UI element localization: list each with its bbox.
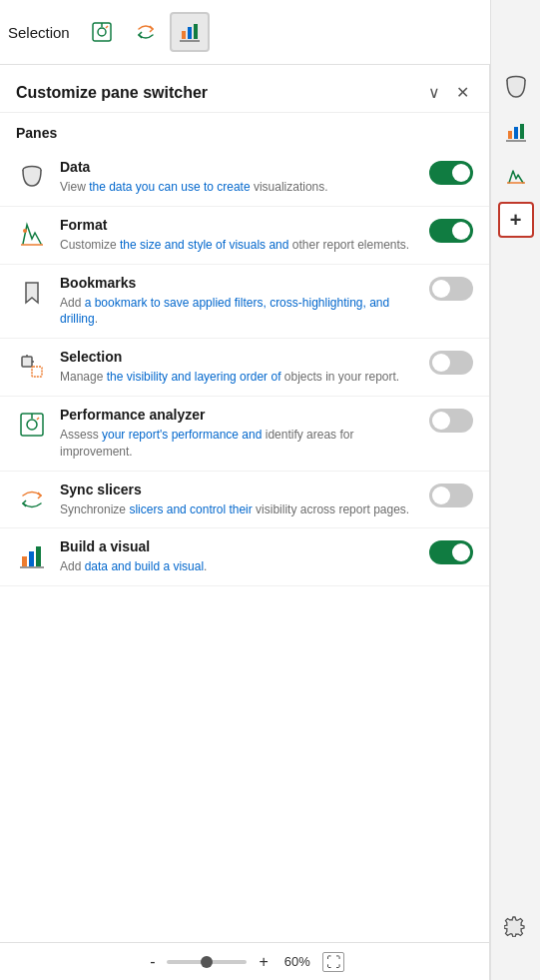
toggle-knob-format [452, 222, 470, 240]
svg-point-15 [23, 229, 27, 233]
plus-icon: + [510, 209, 522, 232]
toggle-knob-buildvisual [452, 543, 470, 561]
panel-collapse-button[interactable]: ∨ [424, 81, 444, 104]
pane-icon-format [16, 219, 48, 251]
top-bar-title: Selection [8, 24, 70, 41]
toggle-selection[interactable] [429, 351, 473, 375]
pane-content-format: Format Customize the size and style of v… [60, 217, 417, 254]
pane-toggle-performance[interactable] [429, 409, 473, 437]
panel-close-button[interactable]: ✕ [452, 81, 473, 104]
pane-icon-buildvisual [16, 540, 48, 572]
settings-gear-icon[interactable] [497, 908, 533, 944]
pane-name-syncslicers: Sync slicers [60, 482, 417, 497]
pane-item-data: Data View the data you can use to create… [0, 149, 489, 207]
pane-desc-performance: Assess your report's performance and ide… [60, 427, 417, 461]
pane-toggle-selection[interactable] [429, 351, 473, 379]
zoom-plus-button[interactable]: + [255, 953, 271, 971]
pane-toggle-format[interactable] [429, 219, 473, 247]
zoom-slider-thumb [201, 956, 213, 968]
toggle-knob-syncslicers [432, 487, 450, 504]
toggle-knob-bookmarks [432, 280, 450, 298]
sidebar-buildvisual-icon[interactable] [498, 114, 534, 150]
panel-header: Customize pane switcher ∨ ✕ [0, 65, 489, 113]
add-pane-button[interactable]: + [498, 202, 534, 238]
pane-desc-buildvisual: Add data and build a visual. [60, 558, 417, 575]
customize-pane-panel: Customize pane switcher ∨ ✕ Panes Data V… [0, 65, 490, 980]
sidebar-format-icon[interactable] [498, 158, 534, 194]
pane-icon-selection [16, 351, 48, 383]
pane-item-format: Format Customize the size and style of v… [0, 207, 489, 265]
pane-item-performance: Performance analyzer Assess your report'… [0, 397, 489, 472]
pane-list: Data View the data you can use to create… [0, 149, 489, 586]
sidebar-data-icon[interactable] [498, 70, 534, 106]
pane-desc-data: View the data you can use to create visu… [60, 179, 417, 196]
pane-name-bookmarks: Bookmarks [60, 275, 417, 291]
pane-content-syncslicers: Sync slicers Synchronize slicers and con… [60, 482, 417, 518]
toggle-syncslicers[interactable] [429, 484, 473, 507]
top-bar: Selection [0, 0, 540, 65]
panes-section-label: Panes [0, 113, 489, 149]
svg-rect-11 [520, 124, 524, 139]
svg-rect-4 [182, 31, 186, 39]
pane-desc-bookmarks: Add a bookmark to save applied filters, … [60, 295, 417, 329]
bottom-bar: - + 60% ⛶ [0, 942, 490, 980]
svg-point-21 [27, 420, 37, 430]
pane-content-selection: Selection Manage the visibility and laye… [60, 349, 417, 386]
pane-toggle-data[interactable] [429, 161, 473, 189]
svg-rect-26 [36, 546, 41, 566]
svg-rect-24 [22, 556, 27, 566]
zoom-minus-button[interactable]: - [146, 953, 159, 971]
pane-content-buildvisual: Build a visual Add data and build a visu… [60, 538, 417, 575]
pane-icon-performance [16, 409, 48, 441]
pane-toggle-bookmarks[interactable] [429, 277, 473, 305]
svg-rect-17 [32, 367, 42, 377]
svg-line-23 [37, 418, 39, 420]
pane-content-data: Data View the data you can use to create… [60, 159, 417, 196]
performance-icon-btn[interactable] [82, 12, 122, 52]
pane-toggle-syncslicers[interactable] [429, 484, 473, 511]
pane-desc-syncslicers: Synchronize slicers and control their vi… [60, 501, 417, 518]
fit-page-button[interactable]: ⛶ [322, 952, 344, 972]
pane-content-bookmarks: Bookmarks Add a bookmark to save applied… [60, 275, 417, 329]
svg-rect-5 [188, 27, 192, 39]
panel-header-actions: ∨ ✕ [424, 81, 473, 104]
toggle-knob-selection [432, 354, 450, 372]
toggle-format[interactable] [429, 219, 473, 243]
zoom-slider[interactable] [167, 960, 247, 964]
toggle-knob-data [452, 164, 470, 182]
zoom-value: 60% [284, 954, 310, 969]
svg-rect-6 [194, 24, 198, 39]
pane-icon-bookmarks [16, 277, 48, 309]
pane-content-performance: Performance analyzer Assess your report'… [60, 407, 417, 461]
pane-item-bookmarks: Bookmarks Add a bookmark to save applied… [0, 265, 489, 340]
toggle-buildvisual[interactable] [429, 540, 473, 564]
pane-icon-data [16, 161, 48, 193]
svg-rect-16 [22, 357, 32, 367]
pane-name-selection: Selection [60, 349, 417, 365]
sync-slicers-icon-btn[interactable] [126, 12, 166, 52]
pane-icon-syncslicers [16, 484, 48, 515]
right-sidebar: + [490, 0, 540, 980]
pane-name-format: Format [60, 217, 417, 233]
pane-name-data: Data [60, 159, 417, 175]
pane-name-buildvisual: Build a visual [60, 538, 417, 554]
pane-desc-format: Customize the size and style of visuals … [60, 237, 417, 254]
pane-toggle-buildvisual[interactable] [429, 540, 473, 568]
panel-title: Customize pane switcher [16, 84, 208, 102]
svg-line-3 [106, 26, 108, 28]
pane-item-syncslicers: Sync slicers Synchronize slicers and con… [0, 472, 489, 529]
build-visual-icon-btn[interactable] [170, 12, 210, 52]
pane-item-buildvisual: Build a visual Add data and build a visu… [0, 528, 489, 586]
svg-rect-9 [508, 131, 512, 139]
toggle-knob-performance [432, 412, 450, 430]
svg-rect-10 [514, 127, 518, 139]
top-bar-icons [82, 12, 210, 52]
toggle-performance[interactable] [429, 409, 473, 433]
toggle-bookmarks[interactable] [429, 277, 473, 301]
toggle-data[interactable] [429, 161, 473, 185]
pane-name-performance: Performance analyzer [60, 407, 417, 423]
pane-desc-selection: Manage the visibility and layering order… [60, 369, 417, 386]
svg-rect-25 [29, 551, 34, 566]
pane-item-selection: Selection Manage the visibility and laye… [0, 339, 489, 397]
svg-point-1 [98, 28, 106, 36]
